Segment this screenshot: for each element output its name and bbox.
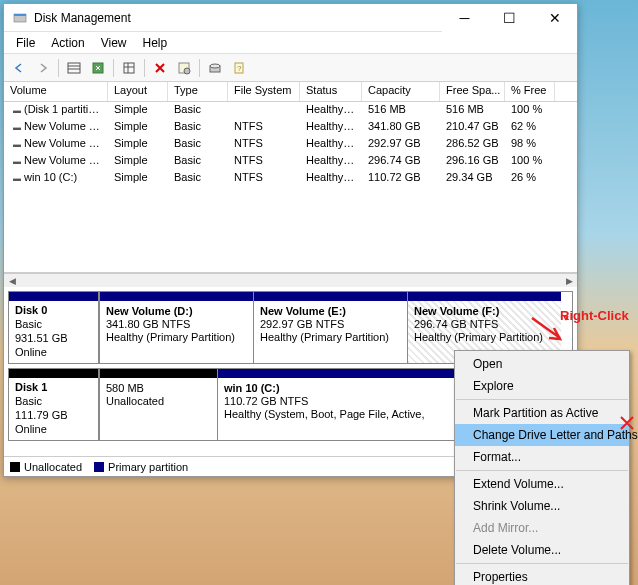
close-button[interactable]: ✕ bbox=[532, 4, 577, 32]
scroll-right-button[interactable]: ▶ bbox=[561, 274, 577, 288]
svg-rect-6 bbox=[124, 63, 134, 73]
forward-button[interactable] bbox=[32, 57, 54, 79]
maximize-button[interactable]: ☐ bbox=[487, 4, 532, 32]
context-item[interactable]: Extend Volume... bbox=[455, 473, 629, 495]
context-item[interactable]: Explore bbox=[455, 375, 629, 397]
legend-unallocated: Unallocated bbox=[24, 461, 82, 473]
titlebar[interactable]: Disk Management ─ ☐ ✕ bbox=[4, 4, 577, 32]
help-button[interactable]: ? bbox=[228, 57, 250, 79]
context-item[interactable]: Change Drive Letter and Paths... bbox=[455, 424, 629, 446]
settings-button[interactable] bbox=[118, 57, 140, 79]
table-row[interactable]: ▬New Volume (F:)SimpleBasicNTFSHealthy (… bbox=[4, 153, 577, 170]
context-item[interactable]: Shrink Volume... bbox=[455, 495, 629, 517]
horizontal-scrollbar[interactable]: ◀ ▶ bbox=[4, 273, 577, 287]
partition[interactable]: New Volume (E:)292.97 GB NTFSHealthy (Pr… bbox=[253, 292, 407, 363]
col-pctfree[interactable]: % Free bbox=[505, 82, 555, 101]
context-item[interactable]: Open bbox=[455, 353, 629, 375]
partition[interactable]: New Volume (D:)341.80 GB NTFSHealthy (Pr… bbox=[99, 292, 253, 363]
app-icon bbox=[12, 10, 28, 26]
refresh-button[interactable] bbox=[87, 57, 109, 79]
toolbar: ? bbox=[4, 54, 577, 82]
table-row[interactable]: ▬(Disk 1 partition 2)SimpleBasicHealthy … bbox=[4, 102, 577, 119]
col-layout[interactable]: Layout bbox=[108, 82, 168, 101]
partition[interactable]: 580 MBUnallocated bbox=[99, 369, 217, 440]
menu-view[interactable]: View bbox=[93, 34, 135, 52]
context-item[interactable]: Format... bbox=[455, 446, 629, 468]
window-title: Disk Management bbox=[34, 11, 442, 25]
properties-button[interactable] bbox=[173, 57, 195, 79]
svg-text:?: ? bbox=[237, 64, 242, 73]
svg-rect-2 bbox=[68, 63, 80, 73]
scroll-left-button[interactable]: ◀ bbox=[4, 274, 20, 288]
table-row[interactable]: ▬win 10 (C:)SimpleBasicNTFSHealthy (S...… bbox=[4, 170, 577, 187]
menu-file[interactable]: File bbox=[8, 34, 43, 52]
context-item[interactable]: Properties bbox=[455, 566, 629, 585]
col-volume[interactable]: Volume bbox=[4, 82, 108, 101]
table-row[interactable]: ▬New Volume (E:)SimpleBasicNTFSHealthy (… bbox=[4, 136, 577, 153]
col-status[interactable]: Status bbox=[300, 82, 362, 101]
svg-point-10 bbox=[184, 68, 190, 74]
legend-primary: Primary partition bbox=[108, 461, 188, 473]
table-view-button[interactable] bbox=[63, 57, 85, 79]
minimize-button[interactable]: ─ bbox=[442, 4, 487, 32]
menubar: File Action View Help bbox=[4, 32, 577, 54]
table-row[interactable]: ▬New Volume (D:)SimpleBasicNTFSHealthy (… bbox=[4, 119, 577, 136]
volume-table: Volume Layout Type File System Status Ca… bbox=[4, 82, 577, 273]
col-freespace[interactable]: Free Spa... bbox=[440, 82, 505, 101]
context-item[interactable]: Delete Volume... bbox=[455, 539, 629, 561]
back-button[interactable] bbox=[8, 57, 30, 79]
disk-label[interactable]: Disk 1Basic111.79 GBOnline bbox=[9, 369, 99, 440]
col-capacity[interactable]: Capacity bbox=[362, 82, 440, 101]
menu-action[interactable]: Action bbox=[43, 34, 92, 52]
svg-point-12 bbox=[210, 64, 220, 68]
partition[interactable]: win 10 (C:)110.72 GB NTFSHealthy (System… bbox=[217, 369, 479, 440]
col-filesystem[interactable]: File System bbox=[228, 82, 300, 101]
delete-button[interactable] bbox=[149, 57, 171, 79]
context-item: Add Mirror... bbox=[455, 517, 629, 539]
svg-rect-1 bbox=[14, 14, 26, 16]
volume-table-header: Volume Layout Type File System Status Ca… bbox=[4, 82, 577, 102]
menu-help[interactable]: Help bbox=[135, 34, 176, 52]
disk-label[interactable]: Disk 0Basic931.51 GBOnline bbox=[9, 292, 99, 363]
disk-button[interactable] bbox=[204, 57, 226, 79]
context-menu: OpenExploreMark Partition as ActiveChang… bbox=[454, 350, 630, 585]
context-item[interactable]: Mark Partition as Active bbox=[455, 402, 629, 424]
col-type[interactable]: Type bbox=[168, 82, 228, 101]
